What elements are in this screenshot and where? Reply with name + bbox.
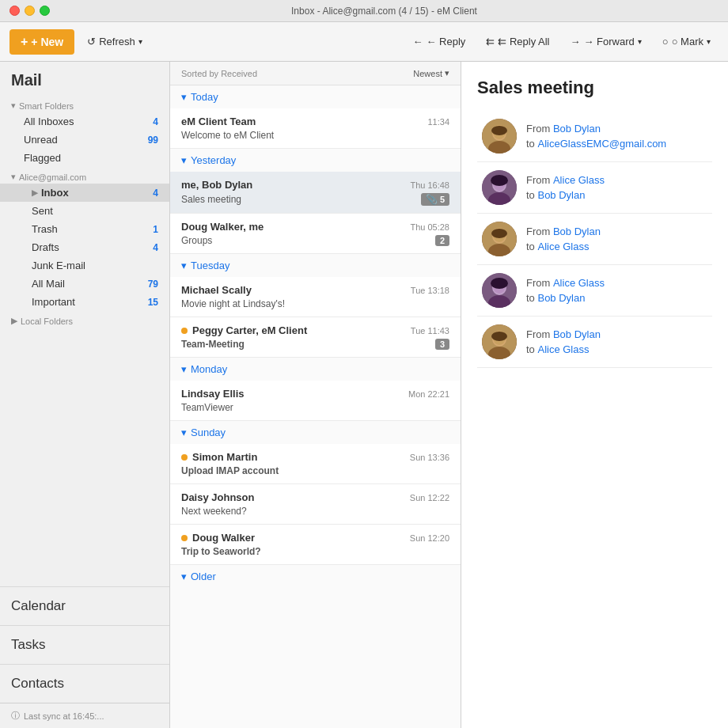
email-subject: Welcome to eM Client (181, 130, 449, 141)
group-monday[interactable]: ▾ Monday (170, 358, 461, 381)
email-row[interactable]: Michael Scally Tue 13:18 Movie night at … (170, 277, 461, 317)
sent-label: Sent (32, 205, 158, 217)
account-caret: ▾ (11, 172, 16, 182)
contacts-nav-item[interactable]: Contacts (0, 664, 169, 703)
sidebar-item-inbox[interactable]: ▶ Inbox 4 (0, 184, 169, 202)
reply-all-icon: ⇇ (486, 36, 495, 47)
svg-point-9 (491, 175, 508, 186)
local-folders-label: Local Folders (21, 317, 73, 326)
reply-button[interactable]: ← ← Reply (404, 30, 473, 53)
reply-all-button[interactable]: ⇇ ⇇ Reply All (478, 30, 557, 53)
maximize-button[interactable] (40, 6, 50, 16)
forward-dropdown-arrow: ▾ (638, 37, 642, 46)
email-row[interactable]: Simon Martin Sun 13:36 Upload IMAP accou… (170, 444, 461, 484)
calendar-label: Calendar (11, 598, 66, 613)
email-subject: Upload IMAP account (181, 465, 449, 476)
reply-label: ← Reply (426, 36, 465, 47)
conversation-item[interactable]: From Alice Glass to Bob Dylan (477, 162, 712, 214)
group-tuesday[interactable]: ▾ Tuesday (170, 254, 461, 277)
group-yesterday[interactable]: ▾ Yesterday (170, 149, 461, 172)
email-row[interactable]: me, Bob Dylan Thu 16:48 Sales meeting 📎5 (170, 172, 461, 214)
sidebar-item-all-mail[interactable]: All Mail 79 (0, 275, 169, 293)
email-subject: Groups 2 (181, 235, 449, 246)
sidebar-footer: ⓘ Last sync at 16:45:... (0, 703, 169, 728)
sidebar-item-important[interactable]: Important 15 (0, 293, 169, 311)
smart-folders-group: ▾ Smart Folders (0, 96, 169, 112)
conversation-item[interactable]: From Alice Glass to Bob Dylan (477, 265, 712, 317)
conversation-item[interactable]: From Bob Dylan to Alice Glass (477, 317, 712, 368)
svg-point-4 (491, 126, 507, 135)
main-layout: Mail ▾ Smart Folders All Inboxes 4 Unrea… (0, 62, 728, 728)
local-folders-group[interactable]: ▶ Local Folders (0, 311, 169, 328)
mark-icon: ○ (662, 36, 669, 47)
group-older-caret: ▾ (181, 571, 187, 582)
forward-button[interactable]: → → Forward ▾ (562, 30, 649, 53)
sidebar-item-unread[interactable]: Unread 99 (0, 131, 169, 149)
email-sender: Doug Walker, me (181, 221, 264, 233)
svg-point-14 (491, 229, 507, 238)
group-sunday-label: Sunday (191, 427, 226, 438)
refresh-button[interactable]: ↺ Refresh ▾ (79, 30, 150, 53)
svg-point-19 (491, 278, 508, 289)
sync-status: Last sync at 16:45:... (24, 711, 104, 721)
sidebar-item-flagged[interactable]: Flagged (0, 149, 169, 167)
flagged-label: Flagged (24, 152, 158, 164)
email-row[interactable]: eM Client Team 11:34 Welcome to eM Clien… (170, 108, 461, 149)
sort-label: Sorted by Received (181, 69, 257, 78)
detail-title: Sales meeting (477, 78, 712, 98)
close-button[interactable] (9, 6, 20, 16)
minimize-button[interactable] (25, 6, 35, 16)
group-monday-caret: ▾ (181, 363, 187, 375)
refresh-icon: ↺ (87, 36, 96, 47)
conversation-item[interactable]: From Bob Dylan to AliceGlassEMC@gmail.co… (477, 111, 712, 162)
traffic-lights (9, 6, 50, 16)
group-older[interactable]: ▾ Older (170, 565, 461, 588)
conversation-text: From Alice Glass to Bob Dylan (526, 275, 605, 306)
group-sunday-caret: ▾ (181, 427, 187, 438)
mark-button[interactable]: ○ ○ Mark ▾ (654, 30, 719, 53)
group-today[interactable]: ▾ Today (170, 85, 461, 108)
sidebar-item-junk[interactable]: Junk E-mail (0, 256, 169, 275)
plus-icon: + (21, 35, 28, 49)
mark-label: ○ Mark (672, 36, 703, 47)
important-label: Important (32, 296, 148, 308)
email-row[interactable]: Lindsay Ellis Mon 22:21 TeamViewer (170, 381, 461, 421)
email-sender: Lindsay Ellis (181, 388, 244, 400)
email-row[interactable]: Daisy Johnson Sun 12:22 Next weekend? (170, 484, 461, 525)
email-sender: Peggy Carter, eM Client (192, 324, 307, 336)
detail-panel: Sales meeting From Bob Dylan to AliceGla… (461, 62, 728, 728)
reply-all-label: ⇇ Reply All (498, 36, 549, 47)
email-list-header: Sorted by Received Newest ▾ (170, 62, 461, 85)
email-badge: 2 (435, 235, 449, 246)
inbox-label: Inbox (41, 187, 153, 199)
group-tuesday-caret: ▾ (181, 260, 187, 271)
calendar-nav-item[interactable]: Calendar (0, 586, 169, 625)
email-list: Sorted by Received Newest ▾ ▾ Today eM C… (170, 62, 461, 728)
svg-point-24 (491, 332, 507, 341)
account-group: ▾ Alice@gmail.com (0, 167, 169, 184)
junk-label: Junk E-mail (32, 260, 158, 271)
sort-dropdown[interactable]: Newest ▾ (413, 68, 449, 78)
unread-indicator (181, 328, 188, 334)
unread-indicator (181, 535, 188, 541)
group-today-label: Today (191, 91, 218, 103)
sidebar-item-drafts[interactable]: Drafts 4 (0, 238, 169, 256)
forward-icon: → (570, 36, 580, 47)
new-button[interactable]: + + New (9, 29, 74, 55)
drafts-label: Drafts (32, 241, 153, 253)
sidebar: Mail ▾ Smart Folders All Inboxes 4 Unrea… (0, 62, 170, 728)
email-row[interactable]: Doug Walker Sun 12:20 Trip to Seaworld? (170, 525, 461, 565)
group-yesterday-label: Yesterday (191, 154, 236, 166)
email-row[interactable]: Doug Walker, me Thu 05:28 Groups 2 (170, 214, 461, 254)
all-mail-badge: 79 (148, 279, 158, 290)
unread-label: Unread (24, 134, 148, 146)
tasks-nav-item[interactable]: Tasks (0, 625, 169, 664)
email-sender: me, Bob Dylan (181, 179, 252, 191)
sidebar-item-all-inboxes[interactable]: All Inboxes 4 (0, 112, 169, 131)
email-row[interactable]: Peggy Carter, eM Client Tue 11:43 Team-M… (170, 317, 461, 358)
conversation-item[interactable]: From Bob Dylan to Alice Glass (477, 214, 712, 265)
group-sunday[interactable]: ▾ Sunday (170, 421, 461, 444)
sidebar-item-sent[interactable]: Sent (0, 202, 169, 220)
email-time: Sun 12:20 (410, 533, 449, 543)
sidebar-item-trash[interactable]: Trash 1 (0, 220, 169, 238)
